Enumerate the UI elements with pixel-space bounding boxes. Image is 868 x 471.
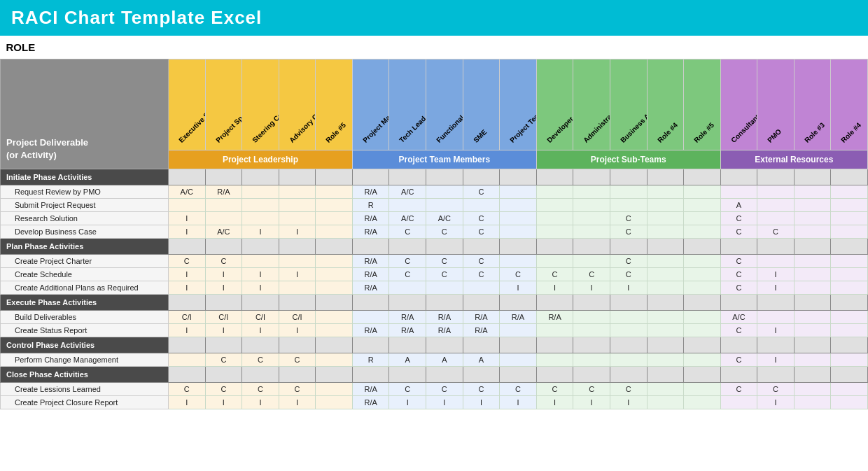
diagonal-headers-row: Project Deliverable (or Activity) Execut…: [1, 59, 868, 150]
activity-request-review: Request Review by PMO: [1, 185, 169, 199]
col-header-role3-external: Role #3: [794, 59, 831, 150]
col-header-project-manager: Project Manager: [352, 59, 389, 150]
row-change-mgmt: Perform Change Management CCC RAAA CI: [1, 353, 868, 367]
col-header-role5-leadership: Role #5: [316, 59, 353, 150]
col-header-admin-support: Administrative Support: [573, 59, 610, 150]
row-status-report: Create Status Report IIII R/AR/AR/AR/A C…: [1, 324, 868, 337]
group-team: Project Team Members: [352, 150, 536, 169]
row-create-charter: Create Project Charter CC R/ACCC C C: [1, 255, 868, 268]
phase-close-label: Close Phase Activities: [1, 367, 169, 383]
phase-row-execute: Execute Phase Activities: [1, 295, 868, 311]
phase-execute-label: Execute Phase Activities: [1, 295, 169, 311]
phase-row-close: Close Phase Activities: [1, 367, 868, 383]
activity-create-charter: Create Project Charter: [1, 255, 169, 268]
col-header-executive-sponsor: Executive Sponsor: [169, 59, 206, 150]
col-header-project-sponsor: Project Sponsor: [205, 59, 242, 150]
group-external: External Resources: [720, 150, 867, 169]
col-header-developer: Developer: [536, 59, 573, 150]
row-build-deliverables: Build Deliverables C/IC/IC/IC/I R/AR/AR/…: [1, 311, 868, 324]
row-submit-project: Submit Project Request R A: [1, 199, 868, 212]
col-header-role4-subteam: Role #4: [647, 59, 684, 150]
activity-change-mgmt: Perform Change Management: [1, 353, 169, 367]
col-header-role4-external: Role #4: [831, 59, 868, 150]
activity-lessons-learned: Create Lessions Learned: [1, 383, 169, 396]
col-header-tech-lead: Tech Lead: [389, 59, 426, 150]
row-create-schedule: Create Schedule IIII R/ACCCC CCC CI: [1, 268, 868, 281]
row-research-solution: Research Solution I R/AA/CA/CC C C: [1, 212, 868, 225]
phase-plan-label: Plan Phase Activities: [1, 239, 169, 255]
col-header-sme: SME: [463, 59, 500, 150]
col-header-role5-subteam: Role #5: [684, 59, 721, 150]
activity-research-solution: Research Solution: [1, 212, 169, 225]
activity-closure-report: Create Project Closure Report: [1, 396, 169, 409]
col-header-project-team-member: Project Team Member: [500, 59, 537, 150]
phase-row-plan: Plan Phase Activities: [1, 239, 868, 255]
role-label-row: ROLE: [1, 36, 868, 59]
col-header-pmo: PMO: [757, 59, 794, 150]
group-leadership: Project Leadership: [169, 150, 353, 169]
activity-build-deliverables: Build Deliverables: [1, 311, 169, 324]
phase-initiate-label: Initiate Phase Activities: [1, 169, 169, 185]
row-additional-plans: Create Additional Plans as Required III …: [1, 281, 868, 295]
activity-status-report: Create Status Report: [1, 324, 169, 337]
phase-row-control: Control Phase Activities: [1, 337, 868, 353]
activity-create-schedule: Create Schedule: [1, 268, 169, 281]
activity-develop-business: Develop Business Case: [1, 225, 169, 239]
role-label: ROLE: [1, 36, 169, 59]
row-develop-business: Develop Business Case IA/CII R/ACCC C CC: [1, 225, 868, 239]
group-subteam: Project Sub-Teams: [536, 150, 720, 169]
title-bar: RACI Chart Template Excel: [0, 0, 868, 36]
activity-additional-plans: Create Additional Plans as Required: [1, 281, 169, 295]
col-header-functional-lead: Functional Lead: [426, 59, 463, 150]
row-closure-report: Create Project Closure Report IIII R/AII…: [1, 396, 868, 409]
col-header-steering-committee: Steering Committee: [242, 59, 279, 150]
activity-header-text: Project Deliverable (or Activity): [6, 136, 162, 162]
row-request-review: Request Review by PMO A/CR/A R/AA/CC: [1, 185, 868, 199]
activity-column-header: Project Deliverable (or Activity): [1, 59, 169, 169]
col-header-business-analyst: Business Analyst: [610, 59, 647, 150]
table-wrapper: ROLE Project Deliverable (or Activity) E…: [0, 36, 868, 409]
activity-submit-project: Submit Project Request: [1, 199, 169, 212]
row-lessons-learned: Create Lessions Learned CCCC R/ACCCC CCC…: [1, 383, 868, 396]
phase-row-initiate: Initiate Phase Activities: [1, 169, 868, 185]
col-header-advisory-committee: Advisory Committee: [279, 59, 316, 150]
col-header-consultant: Consultant: [720, 59, 757, 150]
page-title: RACI Chart Template Excel: [11, 7, 262, 28]
phase-control-label: Control Phase Activities: [1, 337, 169, 353]
